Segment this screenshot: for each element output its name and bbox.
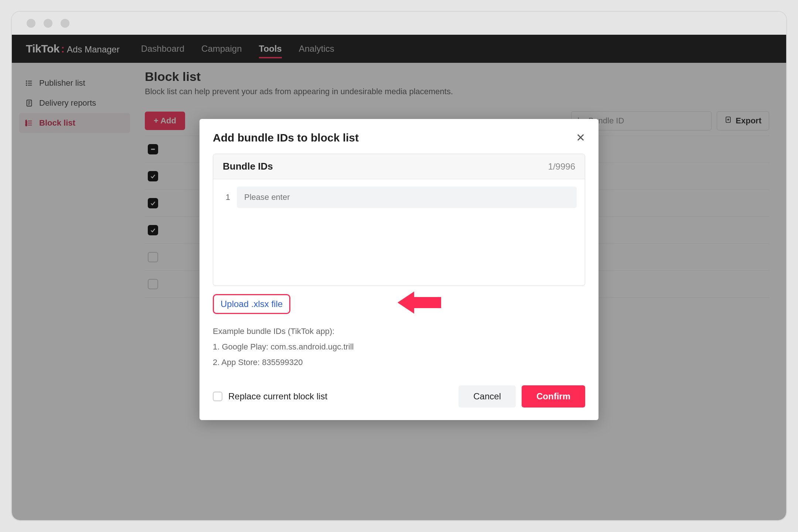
upload-xlsx-link[interactable]: Upload .xlsx file: [213, 294, 290, 314]
bundle-id-input[interactable]: [237, 187, 577, 208]
example-line: 2. App Store: 835599320: [213, 355, 585, 370]
upload-wrap: Upload .xlsx file: [213, 294, 585, 314]
bundle-input-row: 1: [221, 187, 577, 208]
panel-body: 1: [213, 179, 585, 286]
row-number: 1: [221, 192, 230, 202]
confirm-button[interactable]: Confirm: [522, 385, 585, 407]
close-icon[interactable]: ✕: [576, 132, 585, 143]
panel-title: Bundle IDs: [223, 161, 273, 172]
cancel-button[interactable]: Cancel: [458, 385, 516, 407]
window-dot: [44, 19, 52, 28]
browser-titlebar: [12, 12, 786, 35]
svg-marker-18: [398, 291, 441, 314]
panel-count: 1/9996: [548, 161, 575, 172]
bundle-ids-panel: Bundle IDs 1/9996 1: [213, 154, 585, 286]
modal-header: Add bundle IDs to block list ✕: [213, 132, 585, 144]
window-dot: [61, 19, 69, 28]
annotation-arrow-icon: [398, 290, 442, 316]
example-heading: Example bundle IDs (TikTok app):: [213, 324, 585, 339]
add-bundle-modal: Add bundle IDs to block list ✕ Bundle ID…: [200, 119, 598, 420]
panel-header: Bundle IDs 1/9996: [213, 154, 585, 179]
browser-frame: TikTok: Ads Manager Dashboard Campaign T…: [11, 11, 787, 521]
replace-label: Replace current block list: [228, 391, 327, 402]
modal-buttons: Cancel Confirm: [458, 385, 585, 407]
example-block: Example bundle IDs (TikTok app): 1. Goog…: [213, 324, 585, 370]
replace-checkbox[interactable]: [213, 392, 222, 401]
example-line: 1. Google Play: com.ss.android.ugc.trill: [213, 339, 585, 355]
modal-footer: Replace current block list Cancel Confir…: [213, 385, 585, 407]
modal-title: Add bundle IDs to block list: [213, 132, 359, 144]
window-dot: [27, 19, 35, 28]
replace-checkbox-wrap[interactable]: Replace current block list: [213, 391, 327, 402]
